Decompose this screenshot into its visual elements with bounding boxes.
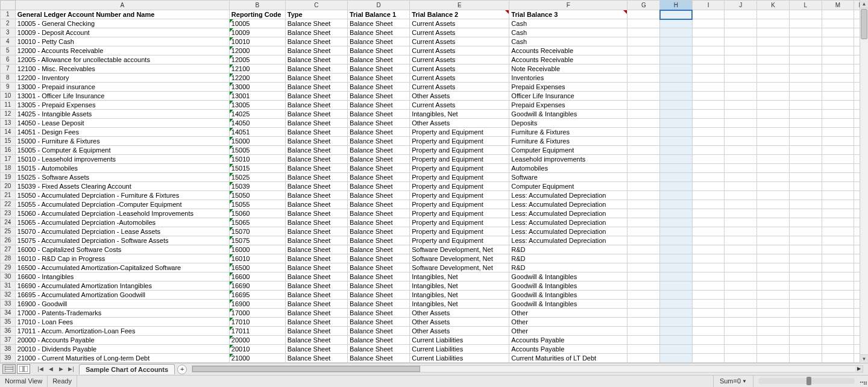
- cell-F6[interactable]: Accounts Receivable: [509, 55, 627, 64]
- cell-B20[interactable]: 15039: [229, 182, 285, 191]
- cell-A27[interactable]: 16000 - Capitalized Software Costs: [15, 245, 229, 254]
- row-header-12[interactable]: 12: [1, 110, 16, 119]
- row-header-33[interactable]: 33: [1, 300, 16, 309]
- row-header-30[interactable]: 30: [1, 272, 16, 282]
- cell-B16[interactable]: 15005: [229, 146, 285, 155]
- cell-B11[interactable]: 13005: [229, 101, 285, 110]
- last-sheet-button[interactable]: ▶|: [67, 365, 75, 373]
- cell-D3[interactable]: Balance Sheet: [347, 28, 409, 37]
- spreadsheet-grid[interactable]: ABCDEFGHIJKLMN 1General Ledger Account N…: [0, 0, 868, 363]
- cell-G36[interactable]: [627, 327, 660, 336]
- cell-I27[interactable]: [692, 245, 725, 254]
- cell-L9[interactable]: [789, 83, 822, 92]
- cell-L29[interactable]: [789, 263, 822, 272]
- cell-A6[interactable]: 12005 - Allowance for uncollectable acco…: [15, 55, 229, 64]
- cell-L12[interactable]: [789, 110, 822, 119]
- cell-F4[interactable]: Cash: [509, 37, 627, 46]
- cell-E33[interactable]: Intangibles, Net: [410, 300, 509, 309]
- cell-H17[interactable]: [660, 155, 693, 164]
- cell-C5[interactable]: Balance Sheet: [285, 46, 347, 55]
- cell-K14[interactable]: [757, 128, 790, 137]
- cell-C3[interactable]: Balance Sheet: [285, 28, 347, 37]
- cell-J5[interactable]: [725, 46, 757, 55]
- cell-A3[interactable]: 10009 - Deposit Account: [15, 28, 229, 37]
- cell-K5[interactable]: [757, 46, 790, 55]
- cell-D16[interactable]: Balance Sheet: [347, 146, 409, 155]
- cell-I9[interactable]: [692, 83, 725, 92]
- cell-M35[interactable]: [822, 318, 854, 327]
- row-header-15[interactable]: 15: [1, 137, 16, 146]
- cell-I4[interactable]: [692, 37, 725, 46]
- row-header-17[interactable]: 17: [1, 155, 16, 164]
- column-header-E[interactable]: E: [410, 1, 509, 10]
- cell-F3[interactable]: Cash: [509, 28, 627, 37]
- cell-H35[interactable]: [660, 318, 693, 327]
- row-header-21[interactable]: 21: [1, 191, 16, 200]
- row-header-1[interactable]: 1: [1, 10, 16, 19]
- cell-M16[interactable]: [822, 146, 854, 155]
- cell-M20[interactable]: [822, 182, 854, 191]
- cell-M38[interactable]: [822, 345, 854, 354]
- cell-F35[interactable]: Other: [509, 318, 627, 327]
- column-header-J[interactable]: J: [725, 1, 757, 10]
- cell-L1[interactable]: [789, 10, 822, 19]
- column-header-C[interactable]: C: [285, 1, 347, 10]
- cell-F39[interactable]: Current Maturities of LT Debt: [509, 354, 627, 363]
- cell-K9[interactable]: [757, 83, 790, 92]
- row-header-9[interactable]: 9: [1, 83, 16, 92]
- column-header-D[interactable]: D: [347, 1, 409, 10]
- cell-B25[interactable]: 15070: [229, 227, 285, 236]
- cell-E31[interactable]: Intangibles, Net: [410, 282, 509, 291]
- cell-M32[interactable]: [822, 291, 854, 300]
- cell-F23[interactable]: Less: Accumulated Depreciation: [509, 209, 627, 218]
- cell-I26[interactable]: [692, 236, 725, 245]
- cell-A39[interactable]: 21000 - Current Maturities of Long-term …: [15, 354, 229, 363]
- cell-L17[interactable]: [789, 155, 822, 164]
- cell-L2[interactable]: [789, 19, 822, 28]
- cell-I2[interactable]: [692, 19, 725, 28]
- cell-D10[interactable]: Balance Sheet: [347, 92, 409, 101]
- cell-F2[interactable]: Cash: [509, 19, 627, 28]
- cell-H30[interactable]: [660, 272, 693, 282]
- cell-M17[interactable]: [822, 155, 854, 164]
- cell-L39[interactable]: [789, 354, 822, 363]
- cell-E8[interactable]: Current Assets: [410, 74, 509, 83]
- autosum-dropdown-icon[interactable]: ▼: [742, 379, 747, 384]
- cell-I21[interactable]: [692, 191, 725, 200]
- cell-H3[interactable]: [660, 28, 693, 37]
- row-header-10[interactable]: 10: [1, 92, 16, 101]
- cell-F34[interactable]: Other: [509, 309, 627, 318]
- cell-H29[interactable]: [660, 263, 693, 272]
- cell-M7[interactable]: [822, 64, 854, 74]
- cell-H8[interactable]: [660, 74, 693, 83]
- cell-C27[interactable]: Balance Sheet: [285, 245, 347, 254]
- cell-M39[interactable]: [822, 354, 854, 363]
- cell-F31[interactable]: Goodwill & Intangibles: [509, 282, 627, 291]
- cell-M3[interactable]: [822, 28, 854, 37]
- zoom-thumb[interactable]: [807, 377, 811, 385]
- cell-J1[interactable]: [725, 10, 757, 19]
- cell-B15[interactable]: 15000: [229, 137, 285, 146]
- cell-D36[interactable]: Balance Sheet: [347, 327, 409, 336]
- cell-M33[interactable]: [822, 300, 854, 309]
- cell-M6[interactable]: [822, 55, 854, 64]
- cell-C21[interactable]: Balance Sheet: [285, 191, 347, 200]
- cell-B39[interactable]: 21000: [229, 354, 285, 363]
- cell-F25[interactable]: Less: Accumulated Depreciation: [509, 227, 627, 236]
- cell-L31[interactable]: [789, 282, 822, 291]
- cell-H19[interactable]: [660, 173, 693, 182]
- cell-J15[interactable]: [725, 137, 757, 146]
- cell-E36[interactable]: Other Assets: [410, 327, 509, 336]
- cell-A35[interactable]: 17010 - Loan Fees: [15, 318, 229, 327]
- cell-L32[interactable]: [789, 291, 822, 300]
- cell-E23[interactable]: Property and Equipment: [410, 209, 509, 218]
- cell-F16[interactable]: Computer Equipment: [509, 146, 627, 155]
- cell-E20[interactable]: Property and Equipment: [410, 182, 509, 191]
- cell-H26[interactable]: [660, 236, 693, 245]
- cell-A23[interactable]: 15060 - Accumulated Deprciation -Leaseho…: [15, 209, 229, 218]
- cell-I18[interactable]: [692, 164, 725, 173]
- cell-I35[interactable]: [692, 318, 725, 327]
- cell-G34[interactable]: [627, 309, 660, 318]
- cell-E11[interactable]: Current Assets: [410, 101, 509, 110]
- cell-J28[interactable]: [725, 254, 757, 263]
